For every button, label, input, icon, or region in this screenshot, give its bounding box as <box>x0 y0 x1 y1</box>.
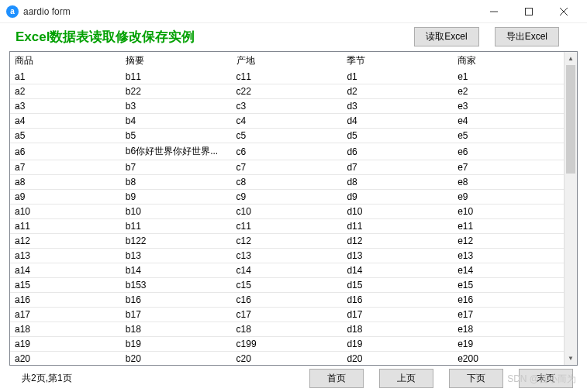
table-row[interactable]: a19b19c199d19e19 <box>10 337 564 352</box>
table-cell[interactable]: c12 <box>232 234 343 249</box>
table-cell[interactable]: b11 <box>121 219 232 234</box>
table-cell[interactable]: c7 <box>232 160 343 175</box>
table-cell[interactable]: a19 <box>10 337 121 352</box>
table-cell[interactable]: e7 <box>453 160 564 175</box>
table-cell[interactable]: e9 <box>453 190 564 205</box>
table-row[interactable]: a8b8c8d8e8 <box>10 175 564 190</box>
table-cell[interactable]: a13 <box>10 249 121 263</box>
table-row[interactable]: a6b6你好世界你好世界...c6d6e6 <box>10 143 564 160</box>
column-header[interactable]: 摘要 <box>121 52 232 70</box>
table-cell[interactable]: d6 <box>342 143 453 160</box>
next-page-button[interactable]: 下页 <box>449 369 503 388</box>
table-cell[interactable]: e1 <box>453 70 564 84</box>
table-row[interactable]: a7b7c7d7e7 <box>10 160 564 175</box>
table-cell[interactable]: b20 <box>121 352 232 366</box>
table-cell[interactable]: a8 <box>10 175 121 190</box>
table-cell[interactable]: d17 <box>342 308 453 322</box>
table-cell[interactable]: b13 <box>121 249 232 263</box>
table-cell[interactable]: b16 <box>121 293 232 308</box>
vertical-scrollbar[interactable]: ▲ ▼ <box>564 52 577 365</box>
first-page-button[interactable]: 首页 <box>309 369 364 388</box>
maximize-button[interactable] <box>511 0 546 23</box>
table-cell[interactable]: a17 <box>10 308 121 322</box>
table-cell[interactable]: a11 <box>10 219 121 234</box>
table-row[interactable]: a5b5c5d5e5 <box>10 129 564 143</box>
table-row[interactable]: a14b14c14d14e14 <box>10 263 564 278</box>
scroll-down-icon[interactable]: ▼ <box>565 352 577 365</box>
table-cell[interactable]: d20 <box>342 352 453 366</box>
table-cell[interactable]: c18 <box>232 322 343 337</box>
table-cell[interactable]: c199 <box>232 337 343 352</box>
table-cell[interactable]: a12 <box>10 234 121 249</box>
table-cell[interactable]: d7 <box>342 160 453 175</box>
table-row[interactable]: a13b13c13d13e13 <box>10 249 564 263</box>
table-cell[interactable]: e19 <box>453 337 564 352</box>
table-cell[interactable]: d10 <box>342 205 453 219</box>
table-cell[interactable]: a18 <box>10 322 121 337</box>
table-cell[interactable]: e10 <box>453 205 564 219</box>
table-cell[interactable]: e12 <box>453 234 564 249</box>
table-cell[interactable]: d3 <box>342 99 453 114</box>
close-button[interactable] <box>546 0 581 23</box>
column-header[interactable]: 商家 <box>453 52 564 70</box>
table-cell[interactable]: c11 <box>232 70 343 84</box>
table-row[interactable]: a11b11c11d11e11 <box>10 219 564 234</box>
data-table[interactable]: 商品摘要产地季节商家 a1b11c11d1e1a2b22c22d2e2a3b3c… <box>10 52 564 365</box>
table-cell[interactable]: a9 <box>10 190 121 205</box>
table-row[interactable]: a4b4c4d4e4 <box>10 114 564 129</box>
table-cell[interactable]: c9 <box>232 190 343 205</box>
table-cell[interactable]: e8 <box>453 175 564 190</box>
table-row[interactable]: a16b16c16d16e16 <box>10 293 564 308</box>
table-cell[interactable]: e13 <box>453 249 564 263</box>
table-cell[interactable]: a3 <box>10 99 121 114</box>
column-header[interactable]: 产地 <box>232 52 343 70</box>
table-cell[interactable]: c14 <box>232 263 343 278</box>
table-row[interactable]: a9b9c9d9e9 <box>10 190 564 205</box>
table-cell[interactable]: d19 <box>342 337 453 352</box>
scroll-track[interactable] <box>565 65 577 352</box>
table-row[interactable]: a10b10c10d10e10 <box>10 205 564 219</box>
table-cell[interactable]: e11 <box>453 219 564 234</box>
table-cell[interactable]: c3 <box>232 99 343 114</box>
table-cell[interactable]: a7 <box>10 160 121 175</box>
table-cell[interactable]: e15 <box>453 278 564 293</box>
table-cell[interactable]: c20 <box>232 352 343 366</box>
table-cell[interactable]: a1 <box>10 70 121 84</box>
table-cell[interactable]: d18 <box>342 322 453 337</box>
export-excel-button[interactable]: 导出Excel <box>495 27 559 46</box>
table-cell[interactable]: c15 <box>232 278 343 293</box>
table-cell[interactable]: c10 <box>232 205 343 219</box>
table-cell[interactable]: e4 <box>453 114 564 129</box>
table-cell[interactable]: d4 <box>342 114 453 129</box>
table-cell[interactable]: b3 <box>121 99 232 114</box>
table-cell[interactable]: e2 <box>453 84 564 99</box>
table-cell[interactable]: e5 <box>453 129 564 143</box>
table-cell[interactable]: b9 <box>121 190 232 205</box>
table-cell[interactable]: e18 <box>453 322 564 337</box>
table-row[interactable]: a18b18c18d18e18 <box>10 322 564 337</box>
table-cell[interactable]: b14 <box>121 263 232 278</box>
table-cell[interactable]: d12 <box>342 234 453 249</box>
prev-page-button[interactable]: 上页 <box>379 369 433 388</box>
table-cell[interactable]: a10 <box>10 205 121 219</box>
table-row[interactable]: a15b153c15d15e15 <box>10 278 564 293</box>
table-cell[interactable]: d5 <box>342 129 453 143</box>
table-row[interactable]: a2b22c22d2e2 <box>10 84 564 99</box>
table-cell[interactable]: c17 <box>232 308 343 322</box>
table-cell[interactable]: e3 <box>453 99 564 114</box>
table-cell[interactable]: a14 <box>10 263 121 278</box>
table-cell[interactable]: a4 <box>10 114 121 129</box>
table-cell[interactable]: c8 <box>232 175 343 190</box>
table-cell[interactable]: c6 <box>232 143 343 160</box>
minimize-button[interactable] <box>476 0 511 23</box>
table-cell[interactable]: b153 <box>121 278 232 293</box>
table-cell[interactable]: b17 <box>121 308 232 322</box>
scroll-thumb[interactable] <box>566 65 575 174</box>
table-cell[interactable]: a6 <box>10 143 121 160</box>
table-cell[interactable]: b5 <box>121 129 232 143</box>
column-header[interactable]: 季节 <box>342 52 453 70</box>
table-cell[interactable]: c11 <box>232 219 343 234</box>
table-cell[interactable]: c13 <box>232 249 343 263</box>
table-cell[interactable]: b4 <box>121 114 232 129</box>
table-cell[interactable]: c5 <box>232 129 343 143</box>
